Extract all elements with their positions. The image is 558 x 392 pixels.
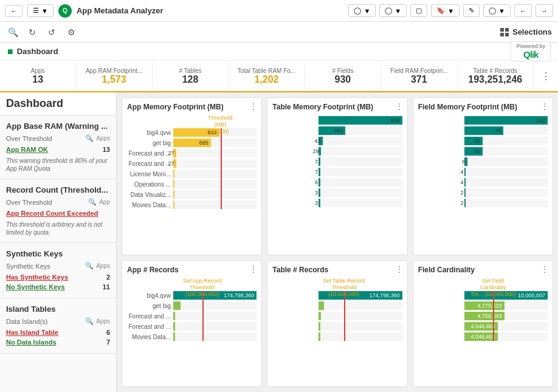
summary-item-3[interactable]: Total Table RAM Fo... 1,202 <box>229 61 305 91</box>
bar-container-1 <box>173 301 257 310</box>
data-label-island-tables-1[interactable]: No Data Islands <box>6 339 57 346</box>
bar-fill-6: 6 <box>319 178 320 187</box>
bar-label-2: Forecast and ... <box>127 150 171 157</box>
summary-item-2[interactable]: # Tables 128 <box>153 61 229 91</box>
prev-button[interactable]: ← <box>514 4 532 17</box>
next-icon: → <box>541 7 548 15</box>
bar-fill-1: 685 <box>173 139 211 147</box>
more-button-table_records[interactable]: ⋮ <box>395 264 404 274</box>
menu-button[interactable]: ☰ ▼ <box>27 4 53 17</box>
bar-fill-1: 4,770,523 <box>464 301 505 310</box>
chart-bars-field_cardinality: 10,000,007 4,770,523 4,756,843 4,046,4 <box>418 291 548 341</box>
section-note-record-count: This threshold is arbitrary and is not l… <box>6 221 110 236</box>
bar-fill-7: 3 <box>319 188 320 197</box>
filter-row-record-count: Over Threshold 🔍 App <box>6 198 110 206</box>
data-label-synthetic-keys-0[interactable]: Has Synthetic Keys <box>6 273 68 281</box>
screen-button[interactable]: ▢ <box>410 4 427 17</box>
more-button-table_memory[interactable]: ⋮ <box>395 101 404 111</box>
bar-label-0: big4.qvw <box>127 129 171 136</box>
search-icon-synthetic-keys[interactable]: 🔍 <box>85 262 94 270</box>
search-icon-app-base-ram[interactable]: 🔍 <box>85 134 94 142</box>
bar-row-1: 4,770,523 <box>418 301 548 310</box>
summary-item-6[interactable]: Table # Records 193,251,246 <box>458 61 534 91</box>
bar-label-2: Forecast and ... <box>127 313 171 320</box>
bar-fill-3 <box>173 322 175 331</box>
bar-fill-2: 43 <box>319 137 323 145</box>
bar-container-2: 43 <box>319 137 402 145</box>
summary-item-5[interactable]: Field RAM Footprin... 371 <box>381 61 457 91</box>
data-value-island-tables-1: 7 <box>106 339 110 346</box>
bar-label-7: Movies Data... <box>127 202 171 208</box>
search-icon-record-count[interactable]: 🔍 <box>88 198 97 206</box>
bar-row-6: Data Visualiz... <box>127 190 257 199</box>
bar-container-5 <box>173 180 257 188</box>
bar-row-6: 4 <box>418 178 548 187</box>
bar-row-4: 6 <box>418 157 548 166</box>
refresh-icon[interactable]: ↻ <box>26 26 39 39</box>
more-button-field_memory[interactable]: ⋮ <box>540 101 549 111</box>
view-button[interactable]: ◯ ▼ <box>379 4 407 17</box>
bar-row-4: Movies Data... <box>127 332 257 341</box>
bar-fill-4 <box>319 332 320 341</box>
more-button-field_cardinality[interactable]: ⋮ <box>540 264 549 274</box>
pencil-icon: ✎ <box>469 7 474 15</box>
zoom-icon[interactable]: 🔍 <box>6 26 19 39</box>
chart-panel-field_memory: Field Memory Footprint (MB)⋮ 162 76 36 <box>413 97 553 255</box>
bar-row-2: 36 <box>418 137 548 145</box>
bar-row-7: 3 <box>272 188 402 197</box>
bar-container-0: 174,798,360 <box>173 291 257 300</box>
bar-row-8: 2 <box>418 199 548 207</box>
search-icon-island-tables[interactable]: 🔍 <box>85 317 94 325</box>
pencil-button[interactable]: ✎ <box>463 4 480 17</box>
bar-fill-3: 4,046,463 <box>464 322 498 331</box>
view-icon: ◯ <box>385 7 392 15</box>
section-title-island-tables: Island Tables <box>6 304 110 314</box>
bar-container-2 <box>173 312 257 320</box>
filter-tag-island-tables: Apps <box>96 318 110 325</box>
undo-icon[interactable]: ↺ <box>45 26 58 39</box>
next-button[interactable]: → <box>536 4 553 17</box>
bar-container-0: 834 <box>319 116 402 125</box>
bar-label-5: Operations ... <box>127 181 171 188</box>
chart-bars-table_memory: 834 265 43 29 <box>272 116 402 207</box>
bar-fill-0: 174,798,360 <box>319 291 402 300</box>
layout-chevron-icon: ▼ <box>363 7 370 15</box>
more-button-app_records[interactable]: ⋮ <box>249 264 258 274</box>
bar-fill-5 <box>173 180 174 188</box>
layout-icon: ◯ <box>354 7 361 15</box>
sidebar-section-synthetic-keys: Synthetic Keys Synthetic Keys 🔍 Apps Has… <box>0 243 116 298</box>
settings-icon[interactable]: ⚙ <box>64 26 78 39</box>
chart-panel-app_records: App # Records⋮ Set App RecordThreshold(1… <box>122 260 262 387</box>
bar-fill-1 <box>173 301 181 310</box>
data-label-record-count-0[interactable]: App Record Count Exceeded <box>6 210 98 217</box>
data-label-app-base-ram-0[interactable]: App RAM OK <box>6 146 48 153</box>
bar-row-0: 10,000,007 <box>418 291 548 300</box>
bar-fill-7: 2 <box>464 188 466 197</box>
bar-row-0: big4.qvw 174,798,360 <box>127 291 257 300</box>
selections-button[interactable]: Selections <box>500 27 552 36</box>
summary-item-4[interactable]: # Fields 930 <box>305 61 381 91</box>
bar-fill-2 <box>173 312 175 320</box>
layout-button[interactable]: ◯ ▼ <box>348 4 376 17</box>
summary-bar: Apps 13App RAM Footprint... 1,573# Table… <box>0 61 558 92</box>
chart-panel-table_records: Table # Records⋮ Set Table RecordThresho… <box>267 260 407 387</box>
bar-row-2: Forecast and ... 27 <box>127 149 257 157</box>
bar-row-8: 3 <box>272 199 402 207</box>
bar-row-5: Operations ... <box>127 180 257 188</box>
bar-row-0: 162 <box>418 116 548 125</box>
more-button-app_memory[interactable]: ⋮ <box>249 101 258 111</box>
share-button[interactable]: ◯ ▼ <box>483 4 511 17</box>
summary-more-button[interactable]: ⋮ <box>534 61 558 91</box>
back-button[interactable]: ← <box>5 5 22 17</box>
bookmark-button[interactable]: 🔖 ▼ <box>431 4 460 17</box>
bar-container-6: 4 <box>464 178 548 187</box>
bar-fill-4: 7 <box>319 157 320 166</box>
bar-container-5: 7 <box>319 168 402 176</box>
data-label-synthetic-keys-1[interactable]: No Synthetic Keys <box>6 283 65 291</box>
bar-label-4: Movies Data... <box>127 334 171 340</box>
bar-container-7: 3 <box>319 188 402 197</box>
summary-item-0[interactable]: Apps 13 <box>0 61 76 91</box>
summary-item-1[interactable]: App RAM Footprint... 1,573 <box>76 61 152 91</box>
bar-container-0: 834 <box>173 128 257 137</box>
data-label-island-tables-0[interactable]: Has Island Table <box>6 329 58 336</box>
